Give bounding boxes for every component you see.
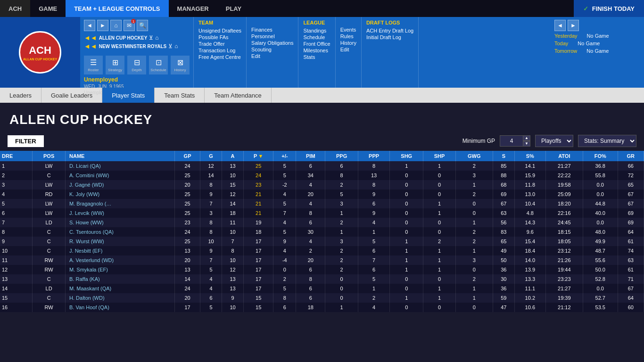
cell-gp: 25 [175, 199, 200, 208]
trade-offer-link[interactable]: Trade Offer [198, 41, 241, 47]
standings-link[interactable]: Standings [303, 27, 330, 34]
unsigned-draftees-link[interactable]: Unsigned Draftees [198, 27, 241, 34]
nav-home-btn[interactable]: ⌂ [110, 20, 122, 31]
cell-name[interactable]: M. Smykala (EF) [66, 265, 175, 274]
th-dre[interactable]: DRE [0, 151, 33, 161]
th-spct[interactable]: S% [514, 151, 545, 161]
th-pos[interactable]: POS [33, 151, 66, 161]
right-nav-next[interactable]: ► [568, 20, 579, 31]
th-plusminus[interactable]: +/- [273, 151, 296, 161]
nav-team-league[interactable]: TEAM + LEAGUE CONTROLS [66, 0, 168, 17]
league-schedule-link[interactable]: Schedule [303, 34, 330, 41]
scouting-link[interactable]: Scouting [251, 46, 293, 53]
rules-link[interactable]: Rules [340, 33, 356, 40]
th-g[interactable]: G [200, 151, 222, 161]
cell-name[interactable]: D. Licari (QA) [66, 161, 175, 171]
nav-mail-btn[interactable]: ✉ 1 [124, 20, 135, 31]
tab-player-stats[interactable]: Player Stats [102, 88, 155, 103]
events-link[interactable]: Events [340, 26, 356, 33]
cell-name[interactable]: S. Howe (WW) [66, 218, 175, 227]
milestones-link[interactable]: Milestones [303, 47, 330, 54]
tab-goalie-leaders[interactable]: Goalie Leaders [41, 88, 102, 103]
sub-tabs: Leaders Goalie Leaders Player Stats Team… [0, 88, 644, 103]
depth-icon: ⊟ [134, 58, 140, 67]
gp-up-btn[interactable]: ▲ [523, 135, 530, 141]
cell-name[interactable]: B. Raffa (KA) [66, 274, 175, 284]
nav-search-btn[interactable]: 🔍 [137, 20, 148, 31]
cell-name[interactable]: K. Joly (WW) [66, 189, 175, 199]
nav-back-btn[interactable]: ◄ [84, 20, 95, 31]
th-name[interactable]: NAME [66, 151, 175, 161]
filter-button[interactable]: FILTER [8, 135, 44, 147]
cell-name[interactable]: A. Vesterlund (WD) [66, 255, 175, 265]
playoff-select[interactable]: Playoffs [535, 135, 573, 147]
history-btn[interactable]: ⊠ History [171, 56, 190, 74]
nav-game[interactable]: GAME [30, 0, 66, 17]
possible-fas-link[interactable]: Possible FAs [198, 34, 241, 41]
min-gp-input[interactable] [500, 135, 523, 147]
th-ppg[interactable]: PPG [325, 151, 358, 161]
th-fopct[interactable]: FO% [583, 151, 618, 161]
cell-name[interactable]: B. Van Hoof (QA) [66, 303, 175, 312]
th-ppp[interactable]: PPP [358, 151, 390, 161]
table-row: 5LWM. Bragagnolo (…257142154360106710.41… [0, 199, 644, 208]
th-atoi[interactable]: ATOI [545, 151, 583, 161]
team-home1-icon[interactable]: ⌂ [155, 34, 158, 41]
history-nav-link[interactable]: History [340, 40, 356, 46]
tab-team-attendance[interactable]: Team Attendance [205, 88, 271, 103]
cell-name[interactable]: J. Gagné (WD) [66, 180, 175, 189]
league-edit-link[interactable]: Edit [340, 46, 356, 53]
stats-select[interactable]: Stats: Summary [578, 135, 636, 147]
strategy-btn[interactable]: ⊞ Strategy [106, 56, 124, 74]
front-office-link[interactable]: Front Office [303, 41, 330, 47]
th-gwg[interactable]: GWG [455, 151, 493, 161]
th-shp[interactable]: SHP [423, 151, 455, 161]
gp-down-btn[interactable]: ▼ [523, 141, 530, 147]
table-row: 14LDM. Maaskant (QA)244131756010113611.1… [0, 284, 644, 293]
th-s[interactable]: S [493, 151, 514, 161]
th-gp[interactable]: GP [175, 151, 200, 161]
cell-name[interactable]: M. Bragagnolo (… [66, 199, 175, 208]
nav-forward-btn[interactable]: ► [97, 20, 108, 31]
cell-name[interactable]: R. Wurst (WW) [66, 237, 175, 246]
tab-leaders[interactable]: Leaders [0, 88, 41, 103]
team-flag1-icon[interactable]: ⊻ [149, 34, 153, 41]
team-edit-link[interactable]: Edit [251, 53, 293, 59]
nav-manager[interactable]: MANAGER [169, 0, 217, 17]
transaction-log-link[interactable]: Transaction Log [198, 47, 241, 54]
th-gr[interactable]: GR [618, 151, 644, 161]
tab-team-stats[interactable]: Team Stats [155, 88, 205, 103]
personnel-link[interactable]: Personnel [251, 33, 293, 40]
team-flag2-icon[interactable]: ⊻ [168, 43, 173, 49]
nav-play[interactable]: PLAY [217, 0, 250, 17]
schedule-btn[interactable]: ⊡ Schedule [149, 56, 168, 74]
th-pim[interactable]: PIM [296, 151, 325, 161]
team-home2-icon[interactable]: ⌂ [174, 43, 178, 49]
allen-cup-link[interactable]: ALLEN CUP HOCKEY [99, 35, 148, 41]
finances-link[interactable]: Finances [251, 26, 293, 33]
cell-g: 8 [200, 227, 222, 237]
cell-gr: 64 [618, 293, 644, 303]
cell-name[interactable]: M. Maaskant (QA) [66, 284, 175, 293]
cell-ppg: 2 [325, 265, 358, 274]
th-a[interactable]: A [222, 151, 244, 161]
cell-name[interactable]: J. Nesbitt (EF) [66, 246, 175, 255]
cell-name[interactable]: H. Dalton (WD) [66, 293, 175, 303]
cell-name[interactable]: A. Comitini (WW) [66, 171, 175, 180]
finish-today-button[interactable]: ✓ FINISH TODAY [574, 0, 644, 17]
depth-btn[interactable]: ⊟ Depth [127, 56, 146, 74]
salary-obligations-link[interactable]: Salary Obligations [251, 40, 293, 46]
nav-ach[interactable]: ACH [0, 0, 30, 17]
th-p[interactable]: P▼ [244, 151, 273, 161]
roster-btn[interactable]: ☰ Roster [84, 56, 103, 74]
free-agent-centre-link[interactable]: Free Agent Centre [198, 54, 241, 60]
initial-draft-link[interactable]: Initial Draft Log [366, 34, 413, 41]
cell-name[interactable]: J. Levcik (WW) [66, 208, 175, 218]
westminster-link[interactable]: NEW WESTMINSTER ROYALS [99, 44, 167, 49]
ach-entry-draft-link[interactable]: ACH Entry Draft Log [366, 27, 413, 34]
cell-shg: 0 [390, 208, 423, 218]
right-nav-prev[interactable]: ◄ [554, 20, 566, 31]
cell-name[interactable]: C. Tsentouros (QA) [66, 227, 175, 237]
stats-link[interactable]: Stats [303, 54, 330, 60]
th-shg[interactable]: SHG [390, 151, 423, 161]
